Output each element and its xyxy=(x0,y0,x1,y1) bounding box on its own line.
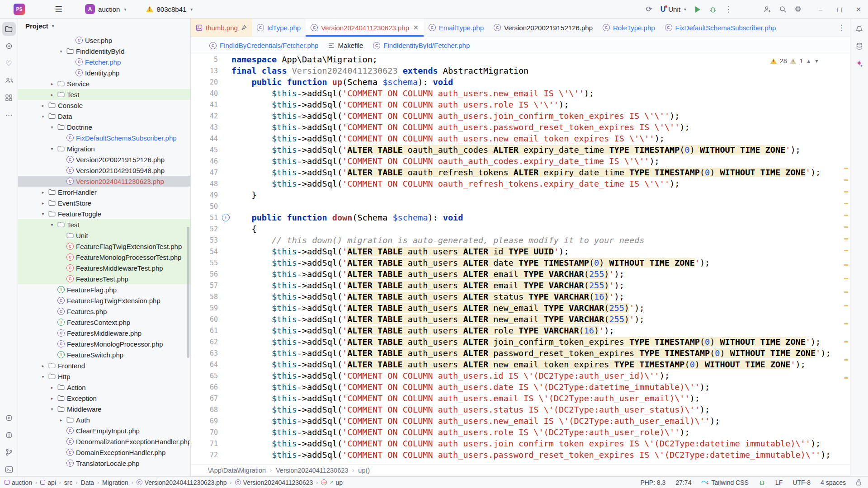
terminal-tool-icon[interactable] xyxy=(2,463,16,476)
tree-item[interactable]: C FeatureMonologProcessorTest.php xyxy=(18,252,190,263)
chevron-right-icon[interactable]: ▸ xyxy=(51,385,53,390)
code-line[interactable]: 44 $this->addSql('COMMENT ON COLUMN auth… xyxy=(191,133,850,144)
tree-item[interactable]: ▸ Exception xyxy=(18,393,190,404)
structure-tool-icon[interactable] xyxy=(2,91,16,104)
line-number[interactable]: 47 xyxy=(191,169,220,177)
code-line[interactable]: 43 $this->addSql('COMMENT ON COLUMN auth… xyxy=(191,122,850,133)
code-line[interactable]: 63 $this->addSql('ALTER TABLE auth_users… xyxy=(191,347,850,359)
tree-item[interactable]: C DenormalizationExceptionHandler.php xyxy=(18,436,190,447)
tree-item[interactable]: C FeatureFlagTwigExtensionTest.php xyxy=(18,241,190,252)
line-number[interactable]: 63 xyxy=(191,349,220,357)
tree-item[interactable]: ▾ FindIdentityById xyxy=(18,46,190,56)
database-tool-icon[interactable] xyxy=(853,39,866,53)
chevron-down-icon[interactable]: ▾ xyxy=(60,49,62,54)
code-line[interactable]: 64 $this->addSql('ALTER TABLE auth_users… xyxy=(191,359,850,370)
line-number[interactable]: 60 xyxy=(191,315,220,324)
code-line[interactable]: 47 $this->addSql('ALTER TABLE oauth_refr… xyxy=(191,167,850,178)
tree-item[interactable]: C Identity.php xyxy=(18,67,190,78)
statusbar-breadcrumb-item[interactable]: CVersion20240411230623 xyxy=(235,479,313,486)
code-line[interactable]: 72 $this->addSql('COMMENT ON COLUMN auth… xyxy=(191,449,850,460)
line-number[interactable]: 44 xyxy=(191,135,220,143)
chevron-down-icon[interactable]: ▾ xyxy=(42,211,44,216)
line-number[interactable]: 53 xyxy=(191,236,220,244)
chevron-down-icon[interactable]: ▾ xyxy=(51,222,53,227)
line-number[interactable]: 68 xyxy=(191,406,220,414)
settings-gear-icon[interactable]: ⚙ xyxy=(790,3,806,16)
version-control-tool-icon[interactable] xyxy=(2,446,16,459)
tree-item[interactable]: Unit xyxy=(18,230,190,241)
line-number[interactable]: 43 xyxy=(191,123,220,131)
debug-button[interactable] xyxy=(705,3,721,16)
code-line[interactable]: 51 ↑ public function down(Schema $schema… xyxy=(191,212,850,223)
line-number[interactable]: 64 xyxy=(191,361,220,369)
chevron-right-icon[interactable]: ▸ xyxy=(42,363,44,368)
code-line[interactable]: 50 xyxy=(191,201,850,212)
line-number[interactable]: 57 xyxy=(191,282,220,290)
tree-item[interactable]: C TranslatorLocale.php xyxy=(18,458,190,469)
chevron-right-icon[interactable]: ▸ xyxy=(60,418,62,422)
line-number[interactable]: 13 xyxy=(191,67,220,75)
code-line[interactable]: 42 $this->addSql('COMMENT ON COLUMN auth… xyxy=(191,110,850,122)
chevron-down-icon[interactable]: ▾ xyxy=(51,146,53,151)
more-tool-windows-icon[interactable]: ⋯ xyxy=(2,108,16,122)
line-number[interactable]: 51 xyxy=(191,214,220,222)
tree-item[interactable]: ▾ Middleware xyxy=(18,404,190,414)
line-number[interactable]: 61 xyxy=(191,327,220,335)
line-number[interactable]: 58 xyxy=(191,293,220,301)
chevron-down-icon[interactable]: ▾ xyxy=(51,125,53,130)
statusbar-widget-file-encoding[interactable]: UTF-8 xyxy=(793,479,811,486)
statusbar-widget-indent[interactable]: 4 spaces xyxy=(821,479,846,486)
commit-tool-icon[interactable] xyxy=(2,39,16,53)
tree-item[interactable]: ▾ Doctrine xyxy=(18,122,190,132)
line-number[interactable]: 46 xyxy=(191,157,220,165)
next-problem-icon[interactable]: ▼ xyxy=(814,58,819,64)
line-number[interactable]: 71 xyxy=(191,440,220,448)
code-line[interactable]: 70 $this->addSql('COMMENT ON COLUMN auth… xyxy=(191,427,850,438)
tree-item[interactable]: C DomainExceptionHandler.php xyxy=(18,447,190,458)
line-number[interactable]: 72 xyxy=(191,451,220,459)
tree-item[interactable]: ▸ Action xyxy=(18,382,190,393)
chevron-down-icon[interactable]: ▾ xyxy=(42,374,44,379)
prev-problem-icon[interactable]: ▲ xyxy=(806,58,811,64)
line-number[interactable]: 50 xyxy=(191,202,220,211)
statusbar-widget-caret-position[interactable]: 27:74 xyxy=(675,479,691,486)
tree-item[interactable]: ▸ ErrorHandler xyxy=(18,187,190,197)
tree-item[interactable]: C ClearEmptyInput.php xyxy=(18,425,190,436)
line-number[interactable]: 66 xyxy=(191,383,220,391)
chevron-right-icon[interactable]: ▸ xyxy=(51,396,53,401)
tree-item[interactable]: ▸ Frontend xyxy=(18,360,190,371)
line-number[interactable]: 52 xyxy=(191,225,220,233)
tree-item[interactable]: C FixDefaultSchemaSubscriber.php xyxy=(18,132,190,143)
minimize-button[interactable]: – xyxy=(811,0,830,19)
run-configuration-widget[interactable]: U Unit ▾ xyxy=(660,5,686,14)
line-number[interactable]: 45 xyxy=(191,146,220,154)
line-number[interactable]: 41 xyxy=(191,101,220,109)
editor-tab[interactable]: C RoleType.php xyxy=(598,19,660,37)
statusbar-breadcrumb-item[interactable]: auction xyxy=(5,479,32,486)
line-number[interactable]: 55 xyxy=(191,259,220,267)
chevron-down-icon[interactable]: ▾ xyxy=(42,114,44,119)
tree-item[interactable]: ▾ Migration xyxy=(18,143,190,154)
tree-item[interactable]: C FeaturesMiddlewareTest.php xyxy=(18,263,190,273)
editor-tab[interactable]: thumb.png xyxy=(191,19,252,37)
code-line[interactable]: 55 $this->addSql('ALTER TABLE auth_users… xyxy=(191,257,850,268)
code-line[interactable]: 65 $this->addSql('COMMENT ON COLUMN auth… xyxy=(191,370,850,381)
statusbar-breadcrumb-item[interactable]: Data xyxy=(81,479,94,486)
tree-item[interactable]: C Version20210429105948.php xyxy=(18,165,190,176)
code-line[interactable]: 71 $this->addSql('COMMENT ON COLUMN auth… xyxy=(191,438,850,449)
tree-item[interactable]: C Version20240411230623.php xyxy=(18,176,190,187)
code-line[interactable]: 41 $this->addSql('COMMENT ON COLUMN auth… xyxy=(191,99,850,110)
breadcrumb-item[interactable]: \App\Data\Migration xyxy=(208,467,266,474)
line-number[interactable]: 54 xyxy=(191,248,220,256)
maximize-button[interactable]: ◻ xyxy=(830,0,849,19)
statusbar-breadcrumb-item[interactable]: src xyxy=(64,479,73,486)
run-button[interactable] xyxy=(690,3,705,16)
editor-tab[interactable]: C FixDefaultSchemaSubscriber.php xyxy=(660,19,781,37)
tree-item[interactable]: ▾ Http xyxy=(18,371,190,382)
tree-item[interactable]: ▸ EventStore xyxy=(18,197,190,208)
problems-tool-icon[interactable] xyxy=(2,428,16,442)
add-user-icon[interactable] xyxy=(760,3,775,16)
tree-item[interactable]: C Features.php xyxy=(18,306,190,317)
statusbar-widget-tailwind-css[interactable]: Tailwind CSS xyxy=(701,479,748,486)
tree-item[interactable]: ▸ Service xyxy=(18,78,190,89)
